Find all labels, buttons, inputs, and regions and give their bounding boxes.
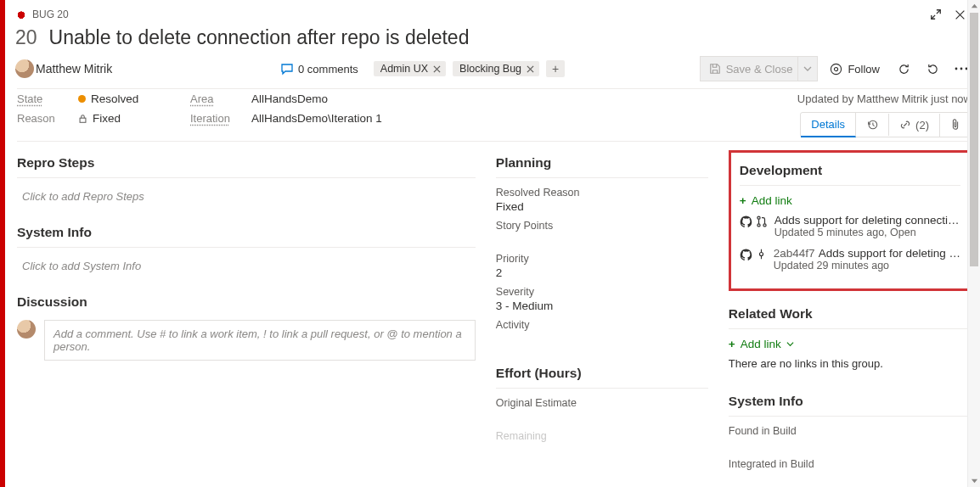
reason-field[interactable]: Fixed	[78, 112, 121, 125]
svg-point-8	[758, 224, 760, 227]
add-related-link-button[interactable]: + Add link	[729, 338, 972, 350]
scroll-up-icon[interactable]	[968, 0, 980, 13]
right-system-info-title: System Info	[729, 389, 972, 417]
plus-icon: +	[740, 194, 746, 207]
severity-label: Severity	[496, 286, 708, 298]
work-item-type-label: BUG 20	[32, 8, 69, 20]
iteration-label: Iteration	[190, 112, 241, 125]
bug-icon	[15, 8, 27, 20]
severity-value[interactable]: 3 - Medium	[496, 299, 708, 312]
activity-label[interactable]: Activity	[496, 319, 708, 331]
follow-button[interactable]: Follow	[823, 63, 887, 76]
add-dev-link-button[interactable]: + Add link	[740, 194, 960, 207]
scroll-down-icon[interactable]	[968, 474, 980, 487]
scrollbar[interactable]	[967, 0, 980, 487]
commit-icon	[756, 249, 767, 260]
tab-bar: Details (2)	[800, 112, 972, 137]
dev-item-subtitle: Updated 29 minutes ago	[774, 260, 960, 271]
tag-remove-icon[interactable]	[433, 65, 441, 73]
chevron-down-icon	[786, 340, 794, 348]
work-item-id: 20	[15, 26, 37, 49]
tab-history[interactable]	[856, 114, 889, 136]
reason-label: Reason	[17, 112, 68, 125]
remaining-label[interactable]: Remaining	[496, 430, 708, 442]
development-section: Development + Add link	[729, 150, 972, 291]
svg-point-0	[831, 64, 842, 74]
state-label: State	[17, 92, 68, 105]
state-dot-icon	[78, 95, 86, 103]
tab-attachments[interactable]	[940, 114, 971, 136]
repro-steps-title: Repro Steps	[17, 150, 476, 178]
planning-title: Planning	[496, 150, 708, 178]
avatar	[15, 59, 34, 78]
add-tag-button[interactable]: +	[546, 60, 565, 77]
watch-icon	[830, 63, 842, 76]
svg-rect-5	[80, 118, 86, 122]
repro-steps-field[interactable]: Click to add Repro Steps	[17, 187, 476, 220]
comments-count[interactable]: 0 comments	[277, 62, 367, 76]
found-in-build-label[interactable]: Found in Build	[729, 425, 972, 437]
effort-title: Effort (Hours)	[496, 361, 708, 389]
system-info-title: System Info	[17, 220, 476, 248]
attachment-icon	[950, 119, 960, 131]
discussion-input[interactable]: Add a comment. Use # to link a work item…	[44, 320, 476, 361]
integrated-in-build-label[interactable]: Integrated in Build	[729, 458, 972, 470]
resolved-reason-value[interactable]: Fixed	[496, 200, 708, 213]
dev-item-title: Adds support for deleting connecti…	[774, 214, 960, 227]
related-work-title: Related Work	[729, 301, 972, 329]
history-icon	[866, 119, 878, 131]
priority-label: Priority	[496, 253, 708, 265]
scrollbar-track[interactable]	[968, 13, 980, 474]
dev-item-commit[interactable]: 2ab44f7Adds support for deleting … Updat…	[740, 247, 960, 271]
svg-point-7	[758, 216, 760, 219]
area-label: Area	[190, 92, 241, 105]
original-estimate-label[interactable]: Original Estimate	[496, 397, 708, 409]
resolved-reason-label: Resolved Reason	[496, 187, 708, 199]
assignee-picker[interactable]: Matthew Mitrik	[15, 59, 270, 78]
dev-item-title: 2ab44f7Adds support for deleting …	[774, 247, 960, 260]
chevron-down-icon[interactable]	[797, 57, 812, 81]
tag-admin-ux[interactable]: Admin UX	[374, 61, 446, 76]
dev-item-subtitle: Updated 5 minutes ago, Open	[774, 227, 960, 238]
undo-icon[interactable]	[921, 57, 944, 81]
tag-remove-icon[interactable]	[527, 65, 534, 73]
assignee-name: Matthew Mitrik	[36, 62, 112, 76]
svg-point-1	[835, 67, 838, 70]
development-title: Development	[740, 158, 960, 186]
svg-point-2	[955, 68, 958, 70]
refresh-icon[interactable]	[892, 57, 915, 81]
updated-by-text: Updated by Matthew Mitrik just now	[797, 92, 972, 105]
tab-details[interactable]: Details	[801, 113, 856, 137]
tag-blocking-bug[interactable]: Blocking Bug	[453, 61, 539, 76]
scrollbar-thumb[interactable]	[970, 13, 978, 266]
maximize-icon[interactable]	[924, 3, 948, 26]
pull-request-icon	[756, 216, 768, 227]
github-icon	[740, 249, 752, 261]
work-item-title[interactable]: Unable to delete connection after repo i…	[49, 26, 470, 49]
dev-item-pr[interactable]: Adds support for deleting connecti… Upda…	[740, 214, 960, 238]
github-icon	[740, 216, 752, 228]
svg-point-9	[763, 224, 766, 227]
tab-links[interactable]: (2)	[889, 114, 940, 137]
area-field[interactable]: AllHandsDemo	[251, 92, 328, 105]
save-icon	[709, 63, 721, 75]
svg-point-3	[960, 68, 963, 70]
iteration-field[interactable]: AllHandsDemo\Iteration 1	[251, 112, 382, 125]
save-and-close-button[interactable]: Save & Close	[700, 56, 819, 81]
svg-point-10	[759, 252, 763, 255]
avatar	[17, 320, 36, 339]
state-field[interactable]: Resolved	[78, 92, 138, 105]
link-icon	[899, 119, 911, 131]
priority-value[interactable]: 2	[496, 266, 708, 279]
plus-icon: +	[729, 338, 735, 350]
no-links-text: There are no links in this group.	[729, 357, 972, 370]
discussion-title: Discussion	[17, 289, 476, 316]
story-points-label[interactable]: Story Points	[496, 220, 708, 232]
system-info-field[interactable]: Click to add System Info	[17, 256, 476, 289]
lock-icon	[78, 114, 87, 124]
